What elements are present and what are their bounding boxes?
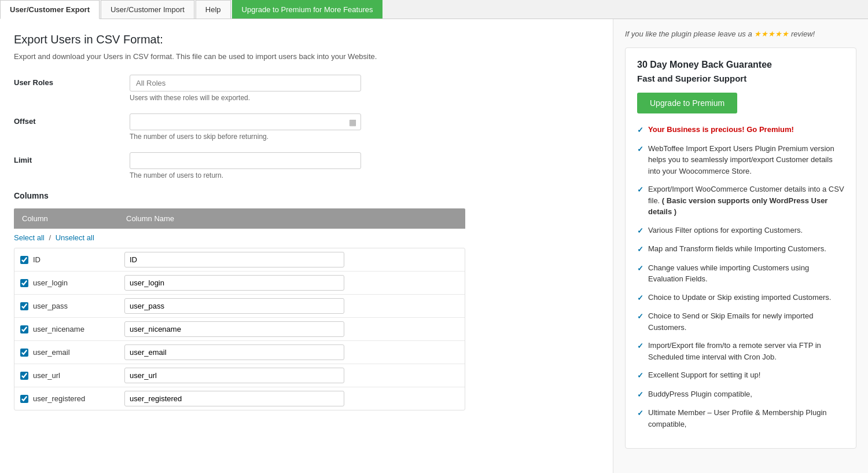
- limit-input[interactable]: Unlimited: [130, 152, 361, 169]
- feature-text: Export/Import WooCommerce Customer detai…: [648, 184, 844, 218]
- col-check-cell: user_login: [14, 274, 119, 292]
- feature-text: Map and Transform fields while Importing…: [648, 243, 826, 255]
- col-checkbox[interactable]: [20, 325, 28, 333]
- tab-help[interactable]: Help: [196, 0, 231, 19]
- col-name-input[interactable]: [124, 321, 344, 337]
- feature-text: Import/Export file from/to a remote serv…: [648, 340, 844, 362]
- list-item: ✓Your Business is precious! Go Premium!: [637, 124, 844, 136]
- calendar-icon: ▦: [349, 118, 356, 127]
- col-name-cell: [119, 364, 465, 387]
- user-roles-input[interactable]: [130, 75, 361, 91]
- table-row: user_nicename: [14, 318, 465, 341]
- select-links: Select all / Unselect all: [14, 233, 599, 242]
- col-name-cell: [119, 272, 465, 294]
- checkmark-icon: ✓: [637, 225, 643, 237]
- tab-export[interactable]: User/Customer Export: [0, 0, 100, 19]
- checkmark-icon: ✓: [637, 124, 643, 136]
- col-checkbox[interactable]: [20, 349, 28, 357]
- list-item: ✓Export/Import WooCommerce Customer deta…: [637, 184, 844, 218]
- list-item: ✓Excellent Support for setting it up!: [637, 369, 844, 382]
- col-name-input[interactable]: [124, 344, 344, 360]
- promo-box: 30 Day Money Back Guarantee Fast and Sup…: [625, 47, 856, 449]
- select-all-link[interactable]: Select all: [14, 233, 45, 242]
- col-check-cell: user_email: [14, 343, 119, 361]
- select-separator: /: [49, 233, 51, 242]
- feature-text: WebToffee Import Export Users Plugin Pre…: [648, 143, 844, 177]
- col-name-input[interactable]: [124, 391, 344, 406]
- columns-table-header: Column Column Name: [14, 208, 465, 229]
- list-item: ✓Ultimate Member – User Profile & Member…: [637, 407, 844, 430]
- table-row: ID: [14, 248, 465, 272]
- feature-text: Ultimate Member – User Profile & Members…: [648, 407, 844, 430]
- col-key: user_login: [33, 278, 68, 287]
- list-item: ✓Various Filter options for exporting Cu…: [637, 225, 844, 237]
- limit-hint: The number of users to return.: [130, 171, 599, 179]
- col-name-input[interactable]: [124, 275, 344, 291]
- col-checkbox[interactable]: [20, 372, 28, 380]
- money-back-text: 30 Day Money Back Guarantee: [637, 60, 844, 70]
- tab-upgrade[interactable]: Upgrade to Premium for More Features: [232, 0, 383, 19]
- col-name-input[interactable]: [124, 368, 344, 383]
- table-row: user_url: [14, 364, 465, 387]
- upgrade-premium-button[interactable]: Upgrade to Premium: [637, 93, 737, 113]
- right-sidebar: If you like the plugin please leave us a…: [613, 19, 868, 473]
- col-name-cell: [119, 295, 465, 317]
- checkmark-icon: ✓: [637, 340, 643, 352]
- checkmark-icon: ✓: [637, 263, 643, 274]
- col-checkbox[interactable]: [20, 279, 28, 287]
- col-key: user_email: [33, 348, 70, 357]
- checkmark-icon: ✓: [637, 408, 643, 419]
- feature-text: Choice to Send or Skip Emails for newly …: [648, 310, 844, 333]
- checkmark-icon: ✓: [637, 311, 643, 322]
- table-row: user_pass: [14, 295, 465, 318]
- limit-field: Unlimited The number of users to return.: [130, 152, 599, 179]
- list-item: ✓Map and Transform fields while Importin…: [637, 243, 844, 255]
- page-description: Export and download your Users in CSV fo…: [14, 52, 599, 61]
- col-name-cell: [119, 318, 465, 340]
- limit-row: Limit Unlimited The number of users to r…: [14, 152, 599, 179]
- table-row: user_login: [14, 272, 465, 295]
- col-name-cell: [119, 387, 465, 410]
- user-roles-row: User Roles Users with these roles will b…: [14, 75, 599, 102]
- column-rows: ID user_login user_pass user_nicename: [14, 248, 465, 410]
- col-key: user_nicename: [33, 325, 84, 333]
- user-roles-field: Users with these roles will be exported.: [130, 75, 599, 102]
- features-list: ✓Your Business is precious! Go Premium!✓…: [637, 124, 844, 430]
- page-title: Export Users in CSV Format:: [14, 33, 599, 46]
- col-checkbox[interactable]: [20, 302, 28, 310]
- offset-field: 0 ▦ The number of users to skip before r…: [130, 113, 599, 141]
- left-panel: Export Users in CSV Format: Export and d…: [0, 19, 613, 473]
- col-checkbox[interactable]: [20, 256, 28, 264]
- list-item: ✓Choice to Update or Skip existing impor…: [637, 292, 844, 304]
- col-key: user_registered: [33, 394, 85, 403]
- checkmark-icon: ✓: [637, 389, 643, 401]
- user-roles-label: User Roles: [14, 75, 130, 87]
- review-text: If you like the plugin please leave us a…: [625, 30, 856, 38]
- checkmark-icon: ✓: [637, 292, 643, 304]
- col-check-cell: user_nicename: [14, 320, 119, 338]
- columns-section: Columns Column Column Name Select all / …: [14, 191, 599, 410]
- col-checkbox[interactable]: [20, 395, 28, 403]
- review-prefix: If you like the plugin please leave us a: [625, 30, 752, 38]
- checkmark-icon: ✓: [637, 184, 643, 196]
- col-check-cell: user_pass: [14, 297, 119, 315]
- offset-input[interactable]: 0: [130, 113, 361, 130]
- col-name-cell: [119, 248, 465, 271]
- columns-title: Columns: [14, 191, 599, 200]
- list-item: ✓BuddyPress Plugin compatible,: [637, 388, 844, 401]
- col-name-input[interactable]: [124, 298, 344, 314]
- feature-text: Choice to Update or Skip existing import…: [648, 292, 831, 303]
- col-name-input[interactable]: [124, 252, 344, 267]
- offset-label: Offset: [14, 113, 130, 126]
- tab-import[interactable]: User/Customer Import: [101, 0, 194, 19]
- feature-text: Excellent Support for setting it up!: [648, 369, 760, 381]
- list-item: ✓Import/Export file from/to a remote ser…: [637, 340, 844, 362]
- checkmark-icon: ✓: [637, 370, 643, 382]
- offset-input-wrapper: 0 ▦: [130, 113, 361, 130]
- list-item: ✓Choice to Send or Skip Emails for newly…: [637, 310, 844, 333]
- unselect-all-link[interactable]: Unselect all: [56, 233, 94, 242]
- table-row: user_registered: [14, 387, 465, 410]
- col-key: ID: [33, 255, 41, 264]
- limit-label: Limit: [14, 152, 130, 164]
- offset-row: Offset 0 ▦ The number of users to skip b…: [14, 113, 599, 141]
